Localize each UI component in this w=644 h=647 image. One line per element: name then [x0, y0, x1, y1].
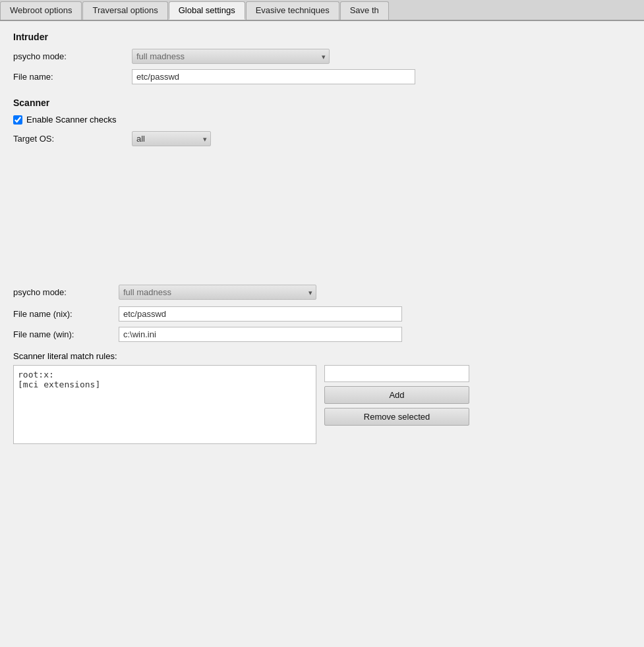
file-name-nix-row: File name (nix): — [13, 306, 631, 322]
tab-global[interactable]: Global settings — [169, 1, 245, 20]
lower-psycho-mode-label: psycho mode: — [13, 287, 119, 297]
target-os-label: Target OS: — [13, 134, 132, 144]
file-name-win-row: File name (win): — [13, 327, 631, 342]
intruder-section: Intruder psycho mode: full madness norma… — [13, 32, 631, 84]
enable-scanner-row: Enable Scanner checks — [13, 115, 631, 125]
target-os-row: Target OS: all linux windows mac — [13, 131, 631, 146]
psycho-mode-select-wrapper: full madness normal stealth — [132, 49, 330, 64]
spacer — [13, 159, 631, 278]
file-name-win-input[interactable] — [119, 327, 402, 342]
file-name-nix-label: File name (nix): — [13, 309, 119, 319]
tab-webroot[interactable]: Webroot options — [0, 1, 82, 20]
lower-psycho-mode-row: psycho mode: full madness normal stealth — [13, 285, 631, 300]
tab-traversal[interactable]: Traversal options — [82, 1, 167, 20]
file-name-nix-input[interactable] — [119, 306, 402, 322]
rules-list[interactable]: root:x: [mci extensions] — [13, 365, 316, 444]
file-name-label: File name: — [13, 72, 132, 82]
file-name-row: File name: — [13, 69, 631, 84]
psycho-mode-row: psycho mode: full madness normal stealth — [13, 49, 631, 64]
tab-bar: Webroot options Traversal options Global… — [0, 0, 644, 21]
psycho-mode-label: psycho mode: — [13, 51, 132, 61]
intruder-title: Intruder — [13, 32, 631, 42]
add-button[interactable]: Add — [324, 386, 469, 404]
scanner-rules-label: Scanner literal match rules: — [13, 351, 631, 361]
add-rule-input[interactable] — [324, 365, 469, 382]
enable-scanner-label: Enable Scanner checks — [26, 115, 117, 125]
tab-saveth[interactable]: Save th — [340, 1, 389, 20]
target-os-select[interactable]: all linux windows mac — [132, 131, 211, 146]
scanner-title: Scanner — [13, 98, 631, 108]
file-name-win-label: File name (win): — [13, 329, 119, 339]
scanner-rules-block: Scanner literal match rules: root:x: [mc… — [13, 351, 631, 444]
scanner-rules-area: root:x: [mci extensions] Add Remove sele… — [13, 365, 631, 444]
tab-evasive[interactable]: Evasive techniques — [246, 1, 339, 20]
remove-selected-button[interactable]: Remove selected — [324, 408, 469, 426]
target-os-select-wrapper: all linux windows mac — [132, 131, 211, 146]
scanner-section: Scanner Enable Scanner checks Target OS:… — [13, 98, 631, 146]
content-area: Intruder psycho mode: full madness norma… — [0, 21, 644, 640]
lower-psycho-mode-select-wrapper: full madness normal stealth — [119, 285, 316, 300]
lower-psycho-mode-select[interactable]: full madness normal stealth — [119, 285, 316, 300]
psycho-mode-select[interactable]: full madness normal stealth — [132, 49, 330, 64]
lower-section: psycho mode: full madness normal stealth… — [13, 285, 631, 444]
rules-buttons: Add Remove selected — [324, 365, 469, 444]
file-name-input[interactable] — [132, 69, 415, 84]
enable-scanner-checkbox[interactable] — [13, 115, 22, 125]
